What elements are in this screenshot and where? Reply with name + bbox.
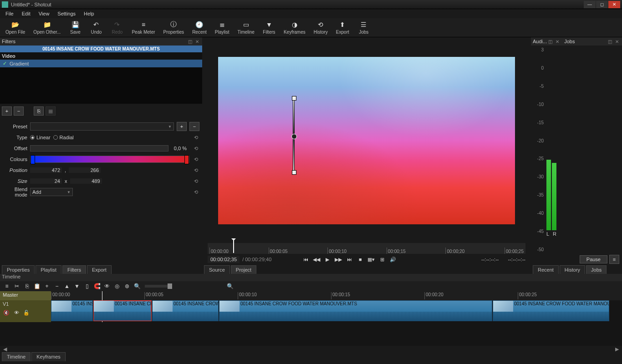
- undock-icon[interactable]: ◫: [607, 39, 613, 44]
- timeline-clip[interactable]: 00145 INSANE CROW FO: [152, 300, 219, 321]
- tab-project[interactable]: Project: [231, 265, 256, 274]
- grid-button[interactable]: ⊞: [378, 255, 386, 263]
- zoom-in-icon[interactable]: 🔍: [226, 282, 234, 290]
- preset-add-button[interactable]: +: [177, 122, 187, 131]
- preset-select[interactable]: ▼: [30, 122, 174, 131]
- ripple-icon[interactable]: ◎: [113, 282, 121, 290]
- reset-icon[interactable]: ⟲: [192, 156, 199, 163]
- zoom-slider[interactable]: [145, 285, 172, 288]
- toolbar-undo-button[interactable]: ↶Undo: [87, 20, 105, 35]
- timeline-track-v1[interactable]: 00145 INSA00145 INSANE CROW00145 INSANE …: [51, 300, 622, 322]
- paste-filter-button[interactable]: ▦: [46, 106, 56, 116]
- timecode-current[interactable]: 00:00:02;35: [208, 256, 240, 263]
- toolbar-export-button[interactable]: ⬆Export: [333, 20, 352, 35]
- paste-icon[interactable]: 📋: [33, 282, 41, 290]
- filter-item-gradient[interactable]: ✓ Gradient: [0, 60, 202, 67]
- timeline-scrollbar[interactable]: ◀ ▶: [0, 346, 622, 352]
- menu-edit[interactable]: Edit: [18, 10, 34, 17]
- toolbar-save-button[interactable]: 💾Save: [66, 20, 84, 35]
- minimize-button[interactable]: —: [584, 1, 596, 8]
- jobs-menu-button[interactable]: ≡: [609, 255, 619, 264]
- timeline-clip[interactable]: 00145 INSA: [51, 300, 93, 321]
- gradient-stop-end[interactable]: [184, 155, 189, 164]
- remove-filter-button[interactable]: −: [14, 106, 24, 116]
- tab-export[interactable]: Export: [87, 265, 112, 274]
- tl-menu-icon[interactable]: ≡: [3, 282, 11, 290]
- lock-icon[interactable]: 🔓: [23, 309, 30, 316]
- tab-jobs[interactable]: Jobs: [586, 265, 607, 274]
- maximize-button[interactable]: ◻: [596, 1, 608, 8]
- overwrite-icon[interactable]: ▼: [73, 282, 81, 290]
- split-icon[interactable]: ▯: [83, 282, 91, 290]
- close-button[interactable]: ✕: [608, 1, 620, 8]
- toolbar-properties-button[interactable]: ⓘProperties: [161, 20, 187, 35]
- gradient-handle[interactable]: [293, 98, 295, 173]
- ripple-all-icon[interactable]: ⊛: [123, 282, 131, 290]
- reset-icon[interactable]: ⟲: [192, 134, 199, 141]
- track-v1-label[interactable]: V1 🔇 👁 🔓: [0, 300, 51, 322]
- append-icon[interactable]: +: [43, 282, 51, 290]
- handle-end-bottom[interactable]: [292, 170, 296, 175]
- tab-timeline[interactable]: Timeline: [2, 352, 31, 361]
- position-x-input[interactable]: [30, 167, 62, 173]
- timeline-clip[interactable]: 00145 INSANE CROW FOOD WATER MANOUVER.MT…: [493, 300, 609, 321]
- gradient-colour-bar[interactable]: [30, 156, 189, 163]
- size-w-input[interactable]: [30, 178, 62, 184]
- volume-button[interactable]: 🔊: [389, 255, 397, 263]
- panel-close-icon[interactable]: ✕: [194, 39, 200, 44]
- tab-source[interactable]: Source: [204, 265, 230, 274]
- position-y-input[interactable]: [69, 167, 101, 173]
- toolbar-peak-meter-button[interactable]: ≡Peak Meter: [129, 20, 158, 35]
- toolbar-jobs-button[interactable]: ☰Jobs: [355, 20, 373, 35]
- handle-midpoint[interactable]: [291, 134, 297, 139]
- scrub-icon[interactable]: 👁: [103, 282, 111, 290]
- toolbar-keyframes-button[interactable]: ◑Keyframes: [281, 20, 308, 35]
- zoom-menu-button[interactable]: ▦▾: [367, 255, 375, 263]
- stop-button[interactable]: ■: [356, 255, 364, 263]
- menu-file[interactable]: File: [2, 10, 17, 17]
- type-radial-radio[interactable]: Radial: [53, 135, 74, 140]
- copy-icon[interactable]: ⎘: [23, 282, 31, 290]
- skip-end-button[interactable]: ⏭: [345, 255, 353, 263]
- preview-playhead[interactable]: [233, 240, 234, 253]
- tab-playlist[interactable]: Playlist: [36, 265, 61, 274]
- offset-slider[interactable]: [30, 145, 168, 152]
- reset-icon[interactable]: ⟲: [192, 177, 199, 185]
- master-track-label[interactable]: Master: [0, 291, 51, 300]
- tab-recent[interactable]: Recent: [533, 265, 559, 274]
- skip-start-button[interactable]: ⏮: [301, 255, 310, 263]
- toolbar-redo-button[interactable]: ↷Redo: [108, 20, 126, 35]
- copy-filter-button[interactable]: ⎘: [34, 106, 44, 116]
- blend-mode-select[interactable]: Add▼: [30, 188, 73, 196]
- size-h-input[interactable]: [70, 178, 102, 184]
- timeline-ruler[interactable]: 00:00:0000:00:0500:00:1000:00:1500:00:20…: [51, 291, 622, 300]
- cut-icon[interactable]: ✂: [13, 282, 21, 290]
- play-button[interactable]: ▶: [323, 255, 331, 263]
- timeline-clip[interactable]: 00145 INSANE CROW: [93, 300, 152, 321]
- scroll-left-icon[interactable]: ◀: [2, 346, 8, 352]
- forward-button[interactable]: ▶▶: [334, 255, 342, 263]
- reset-icon[interactable]: ⟲: [192, 167, 199, 174]
- snap-icon[interactable]: 🧲: [93, 282, 101, 290]
- handle-end-top[interactable]: [292, 96, 296, 101]
- tab-keyframes[interactable]: Keyframes: [31, 352, 66, 361]
- rewind-button[interactable]: ◀◀: [312, 255, 321, 263]
- panel-close-icon[interactable]: ✕: [614, 39, 620, 44]
- zoom-out-icon[interactable]: 🔍: [133, 282, 141, 290]
- remove-icon[interactable]: −: [53, 282, 61, 290]
- menu-settings[interactable]: Settings: [54, 10, 79, 17]
- toolbar-timeline-button[interactable]: ▭Timeline: [235, 20, 257, 35]
- tab-history[interactable]: History: [560, 265, 585, 274]
- panel-close-icon[interactable]: ✕: [554, 39, 561, 44]
- preset-remove-button[interactable]: −: [189, 122, 199, 131]
- tab-filters[interactable]: Filters: [62, 265, 86, 274]
- scroll-right-icon[interactable]: ▶: [614, 346, 620, 352]
- gradient-stop-start[interactable]: [31, 155, 35, 164]
- reset-icon[interactable]: ⟲: [192, 145, 199, 152]
- video-preview[interactable]: [218, 57, 515, 224]
- preview-scrub-bar[interactable]: 00:00:00 00:00:05 00:00;10 00:00;15 00:0…: [208, 243, 525, 254]
- tab-properties[interactable]: Properties: [2, 265, 35, 274]
- lift-icon[interactable]: ▲: [63, 282, 71, 290]
- menu-help[interactable]: Help: [80, 10, 98, 17]
- toolbar-open-other--button[interactable]: 📁Open Other...: [31, 20, 63, 35]
